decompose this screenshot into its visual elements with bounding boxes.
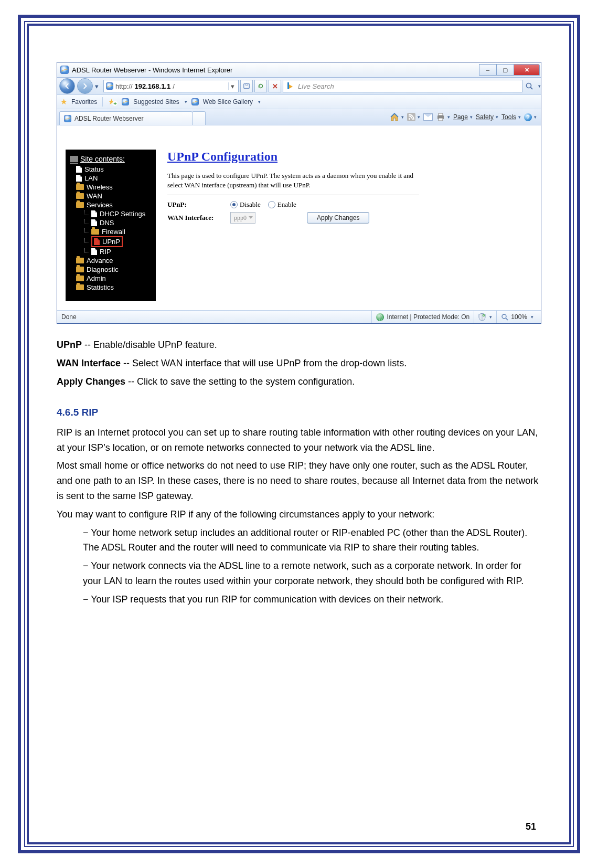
site-icon [70,156,78,162]
bing-icon [286,82,295,90]
zoom-button[interactable]: 100% ▾ [496,311,538,323]
radio-enable[interactable] [268,201,275,208]
ie-icon [60,66,69,74]
close-button[interactable]: ✕ [514,64,540,76]
add-favorite-icon[interactable] [108,97,118,107]
panel-description: This page is used to configure UPnP. The… [167,171,419,195]
tree-status[interactable]: Status [69,165,153,174]
stop-button[interactable]: ✕ [269,80,281,92]
tab-active[interactable]: ADSL Router Webserver [59,111,193,125]
tree-wireless[interactable]: Wireless [69,183,153,192]
tree-upnp[interactable]: UPnP [69,236,153,247]
tree-dhcp[interactable]: DHCP Settings [69,209,153,218]
section-title: 4.6.5 RIP [57,405,541,420]
print-button[interactable]: ▾ [436,112,450,122]
minimize-button[interactable]: – [479,64,497,76]
tree-admin[interactable]: Admin [69,274,153,283]
safety-menu[interactable]: Safety▾ [476,113,498,121]
forward-button[interactable] [77,78,93,94]
page-viewport: Site contents: Status LAN Wireless WAN S… [57,125,541,310]
status-done: Done [60,311,81,323]
protected-mode-button[interactable]: ▾ [474,311,496,323]
window-title: ADSL Router Webserver - Windows Internet… [72,66,232,74]
tools-menu[interactable]: Tools▾ [501,113,521,121]
web-slice-link[interactable]: Web Slice Gallery [203,98,253,105]
manual-body: UPnP -- Enable/disable UPnP feature. WAN… [57,337,541,607]
wan-interface-select[interactable]: ppp0 [230,212,255,224]
search-button[interactable] [525,82,534,90]
maximize-button[interactable]: ▢ [496,64,514,76]
wan-label: WAN Interface: [167,214,230,222]
tab-title: ADSL Router Webserver [74,115,143,122]
tree-advance[interactable]: Advance [69,256,153,265]
nav-history-dropdown[interactable]: ▾ [95,82,101,90]
favorites-star-icon[interactable]: ★ [60,97,67,107]
upnp-label: UPnP: [167,200,230,209]
tree-wan[interactable]: WAN [69,192,153,200]
page-number: 51 [526,821,536,832]
tree-statistics[interactable]: Statistics [69,283,153,292]
panel-heading: UPnP Configuration [167,150,532,164]
internet-zone-icon [376,313,384,321]
page-menu[interactable]: Page▾ [453,113,473,121]
paragraph: RIP is an Internet protocol you can set … [57,425,541,456]
radio-disable[interactable] [230,201,238,208]
list-item: − Your home network setup includes an ad… [57,525,541,556]
title-bar: ADSL Router Webserver - Windows Internet… [57,62,541,78]
status-zone: Internet | Protected Mode: On [371,311,474,323]
svg-point-1 [527,83,531,88]
search-box[interactable]: Live Search [283,80,522,92]
compat-view-button[interactable] [240,80,253,92]
list-item: − Your network connects via the ADSL lin… [57,558,541,589]
list-item: − Your ISP requests that you run RIP for… [57,592,541,607]
help-icon: ? [524,113,532,121]
tree-diagnostic[interactable]: Diagnostic [69,265,153,274]
tree-services[interactable]: Services [69,200,153,209]
help-button[interactable]: ?▾ [524,113,537,121]
svg-rect-5 [439,113,443,115]
ie-icon [122,98,129,105]
home-button[interactable]: ▾ [390,112,404,122]
page-favicon-icon [106,82,113,90]
svg-point-8 [502,314,506,319]
svg-point-3 [409,118,410,120]
feeds-button[interactable]: ▾ [407,113,420,121]
browser-window: ADSL Router Webserver - Windows Internet… [57,62,541,324]
refresh-button[interactable] [254,80,267,92]
search-provider-dropdown[interactable]: ▾ [538,83,541,89]
favorites-bar: ★ Favorites Suggested Sites▾ Web Slice G… [57,95,541,109]
mail-icon [423,113,433,121]
nav-bar: ▾ http://192.168.1.1/ ▾ ✕ Live Search [57,78,541,95]
nav-tree: Site contents: Status LAN Wireless WAN S… [66,150,156,301]
tree-firewall[interactable]: Firewall [69,227,153,236]
url-host: 192.168.1.1 [135,82,171,90]
back-button[interactable] [59,78,75,94]
search-placeholder: Live Search [298,82,334,90]
favorites-label[interactable]: Favorites [71,98,97,105]
tab-favicon-icon [64,115,71,122]
address-bar[interactable]: http://192.168.1.1/ ▾ [103,80,239,92]
read-mail-button[interactable] [423,113,433,121]
address-dropdown-icon[interactable]: ▾ [228,82,236,90]
ie-icon [191,98,199,105]
tree-lan[interactable]: LAN [69,174,153,183]
svg-rect-6 [439,118,443,121]
tree-dns[interactable]: DNS [69,218,153,227]
suggested-sites-link[interactable]: Suggested Sites [133,98,179,105]
url-path: / [173,82,175,90]
tab-bar: ADSL Router Webserver ▾ ▾ ▾ [57,109,541,125]
paragraph: Most small home or office networks do no… [57,458,541,503]
status-bar: Done Internet | Protected Mode: On ▾ 100… [57,310,541,323]
tree-rip[interactable]: RIP [69,247,153,256]
url-protocol: http:// [115,82,133,90]
config-panel: UPnP Configuration This page is used to … [167,150,532,310]
apply-changes-button[interactable]: Apply Changes [307,212,369,224]
new-tab-button[interactable] [192,111,206,125]
paragraph: You may want to configure RIP if any of … [57,507,541,522]
